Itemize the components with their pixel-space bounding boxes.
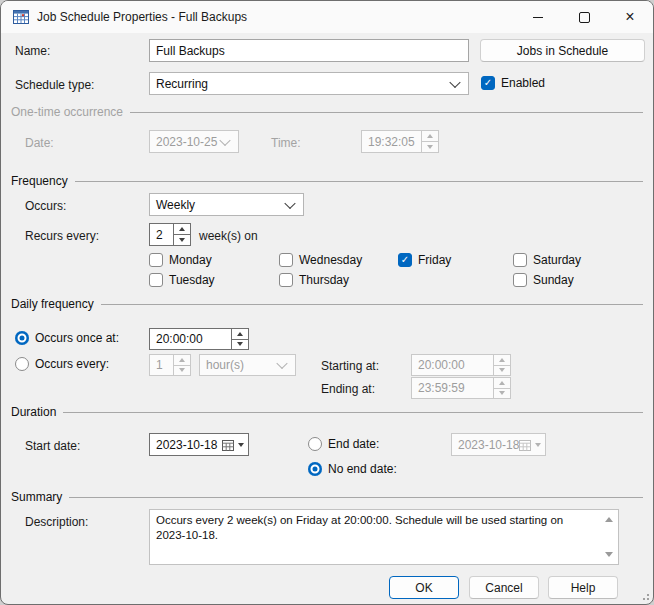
job-schedule-properties-dialog: Job Schedule Properties - Full Backups ×…	[0, 0, 654, 605]
spin-up-icon	[427, 134, 433, 138]
description-text: Occurs every 2 week(s) on Friday at 20:0…	[156, 514, 563, 541]
spinner-buttons[interactable]	[173, 224, 190, 245]
maximize-button[interactable]	[561, 1, 607, 33]
spin-up-button	[494, 355, 510, 366]
spin-down-icon	[499, 368, 505, 372]
checkbox-icon: ✓	[398, 253, 412, 267]
occurs-value: Weekly	[156, 198, 195, 212]
jobs-in-schedule-label: Jobs in Schedule	[517, 44, 608, 58]
summary-header: Summary	[11, 490, 62, 504]
title-bar: Job Schedule Properties - Full Backups ×	[1, 1, 653, 33]
ending-at-spinner: 23:59:59	[411, 377, 511, 399]
occurs-once-label: Occurs once at:	[35, 331, 119, 345]
frequency-section: Frequency	[11, 174, 643, 188]
spin-down-button	[422, 142, 438, 152]
scroll-up-icon[interactable]	[605, 517, 613, 522]
day-label: Sunday	[533, 273, 574, 287]
radio-icon	[308, 462, 322, 476]
name-value: Full Backups	[156, 44, 225, 58]
ok-label: OK	[415, 581, 432, 595]
description-label: Description:	[25, 515, 88, 529]
spin-up-button	[494, 378, 510, 389]
enabled-checkbox[interactable]: ✓ Enabled	[481, 76, 545, 90]
resize-grip[interactable]	[641, 592, 649, 600]
jobs-in-schedule-button[interactable]: Jobs in Schedule	[480, 39, 645, 62]
ok-button[interactable]: OK	[389, 576, 459, 599]
ending-at-value: 23:59:59	[418, 381, 465, 395]
window-title: Job Schedule Properties - Full Backups	[37, 1, 247, 33]
daily-frequency-section: Daily frequency	[11, 297, 643, 311]
day-checkbox-friday[interactable]: ✓Friday	[398, 252, 451, 268]
spinner-buttons[interactable]	[231, 329, 248, 349]
spin-up-icon	[499, 358, 505, 362]
radio-icon	[15, 331, 29, 345]
minimize-button[interactable]	[515, 1, 561, 33]
start-date-picker[interactable]: 2023-10-18	[149, 433, 249, 456]
schedule-type-label: Schedule type:	[15, 78, 94, 92]
section-divider	[69, 497, 643, 498]
recurs-every-spinner[interactable]: 2	[149, 223, 191, 246]
day-checkbox-saturday[interactable]: Saturday	[513, 252, 581, 268]
occurs-every-radio[interactable]: Occurs every:	[15, 357, 109, 371]
day-label: Saturday	[533, 253, 581, 267]
name-input[interactable]: Full Backups	[149, 39, 469, 62]
section-divider	[101, 304, 643, 305]
day-checkbox-sunday[interactable]: Sunday	[513, 272, 574, 288]
spinner-buttons	[421, 131, 438, 152]
duration-section: Duration	[11, 405, 643, 419]
occurs-every-value: 1	[156, 358, 163, 372]
schedule-type-select[interactable]: Recurring	[149, 72, 469, 95]
section-divider	[130, 112, 643, 113]
chevron-down-icon	[219, 134, 230, 145]
checkbox-icon	[279, 253, 293, 267]
scroll-down-icon[interactable]	[605, 552, 613, 557]
spin-down-button	[174, 366, 190, 376]
occurs-label: Occurs:	[25, 199, 66, 213]
daily-frequency-header: Daily frequency	[11, 297, 94, 311]
start-date-label: Start date:	[25, 439, 80, 453]
calendar-icon	[222, 439, 234, 451]
occurs-every-label: Occurs every:	[35, 357, 109, 371]
cancel-button[interactable]: Cancel	[469, 576, 539, 599]
enabled-label: Enabled	[501, 76, 545, 90]
checkbox-icon: ✓	[481, 76, 495, 90]
starting-at-value: 20:00:00	[418, 358, 465, 372]
day-checkbox-wednesday[interactable]: Wednesday	[279, 252, 362, 268]
weeks-on-label: week(s) on	[199, 229, 258, 243]
spinner-buttons	[493, 355, 510, 375]
checkbox-icon	[149, 253, 163, 267]
spin-up-button	[422, 131, 438, 142]
occurs-once-radio[interactable]: Occurs once at:	[15, 331, 119, 345]
spin-down-button[interactable]	[232, 340, 248, 350]
spin-down-icon	[179, 238, 185, 242]
day-label: Thursday	[299, 273, 349, 287]
date-label: Date:	[25, 136, 54, 150]
day-label: Tuesday	[169, 273, 215, 287]
spin-up-icon	[499, 381, 505, 385]
end-date-label: End date:	[328, 437, 379, 451]
dropdown-arrow-icon	[535, 443, 541, 447]
date-value: 2023-10-25	[156, 135, 217, 149]
close-button[interactable]: ×	[607, 1, 653, 33]
occurs-every-unit: hour(s)	[206, 358, 244, 372]
cancel-label: Cancel	[485, 581, 522, 595]
help-button[interactable]: Help	[548, 576, 618, 599]
day-checkbox-monday[interactable]: Monday	[149, 252, 212, 268]
occurs-once-time-spinner[interactable]: 20:00:00	[149, 328, 249, 350]
spin-up-button[interactable]	[232, 329, 248, 340]
occurs-select[interactable]: Weekly	[149, 193, 304, 216]
no-end-date-radio[interactable]: No end date:	[308, 462, 397, 476]
spin-down-button[interactable]	[174, 235, 190, 245]
spin-up-icon	[237, 332, 243, 336]
spin-up-button[interactable]	[174, 224, 190, 235]
starting-at-spinner: 20:00:00	[411, 354, 511, 376]
day-checkbox-thursday[interactable]: Thursday	[279, 272, 349, 288]
time-value: 19:32:05	[368, 135, 415, 149]
day-checkbox-tuesday[interactable]: Tuesday	[149, 272, 215, 288]
description-box[interactable]: Occurs every 2 week(s) on Friday at 20:0…	[149, 509, 619, 565]
end-date-radio[interactable]: End date:	[308, 437, 379, 451]
spin-down-icon	[499, 391, 505, 395]
schedule-calendar-icon	[13, 9, 29, 25]
date-select: 2023-10-25	[149, 130, 239, 153]
time-label: Time:	[271, 136, 301, 150]
